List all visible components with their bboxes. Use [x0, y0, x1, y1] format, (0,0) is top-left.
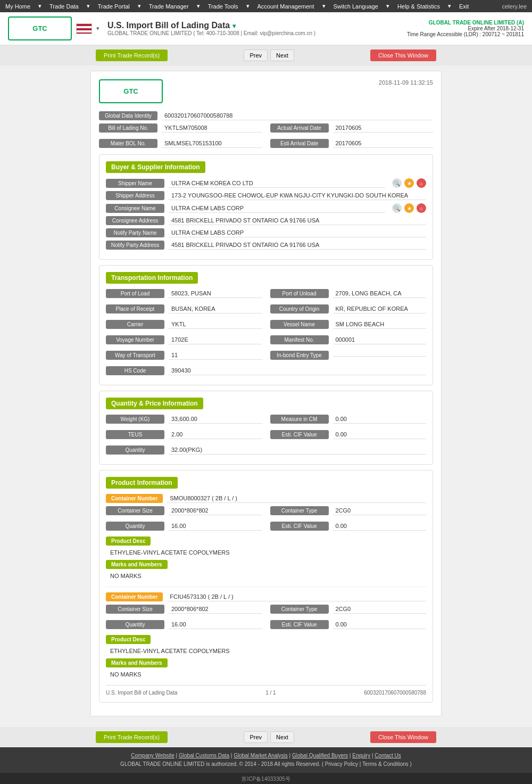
product-section: Product Information Container Number SMO… — [99, 470, 433, 703]
container-divider — [106, 587, 426, 587]
nav-my-home[interactable]: My Home — [5, 3, 30, 10]
nav-trade-data[interactable]: Trade Data — [49, 3, 79, 10]
measure-cm-row: Measure in CM 0.00 — [270, 415, 427, 424]
footer-link-company[interactable]: Company Website — [131, 753, 174, 758]
container2-quantity-row: Quantity 16.00 — [106, 620, 262, 629]
bottom-footer: Company Website | Global Customs Data | … — [0, 747, 532, 773]
inbond-entry-row: In-bond Entry Type — [270, 351, 427, 360]
container2-esti-cif-value: 0.00 — [333, 620, 427, 629]
container1-quantity-row: Quantity 16.00 — [106, 522, 262, 531]
time-range: Time Range Accessible (LDR) : 200712 ~ 2… — [407, 31, 524, 37]
port-of-unload-label: Port of Unload — [270, 289, 329, 298]
logo-text: GTC — [32, 24, 47, 32]
nav-account-management[interactable]: Account Management — [257, 3, 314, 10]
top-navigation: My Home ▾ Trade Data ▾ Trade Portal ▾ Tr… — [0, 0, 532, 12]
container2-type-value: 2CG0 — [333, 605, 427, 614]
company-link: GLOBAL TRADE ONLINE LIMITED (A) — [407, 20, 524, 26]
consignee-star-icon[interactable]: ★ — [404, 203, 414, 213]
consignee-address-value: 4581 BRICKELL PRIVADO ST ONTARIO CA 9176… — [169, 216, 426, 225]
print-button-bottom[interactable]: Print Trade Record(s) — [96, 731, 168, 743]
weight-label: Weight (KG) — [106, 415, 164, 424]
close-button-bottom[interactable]: Close This Window — [370, 731, 436, 743]
actual-arrival-row: Actual Arrival Date 20170605 — [270, 123, 434, 133]
container2-qty-cif-row: Quantity 16.00 Esti. CIF Value 0.00 — [106, 620, 426, 632]
footer-link-contact[interactable]: Contact Us — [375, 753, 401, 758]
esti-cif-label: Esti. CIF Value — [270, 430, 329, 439]
close-button-top[interactable]: Close This Window — [370, 49, 436, 61]
container-2: Container Number FCIU4573130 ( 2B / L / … — [106, 592, 426, 680]
container2-size-label: Container Size — [106, 605, 164, 614]
bill-of-lading-label: Bill of Lading No. — [99, 123, 157, 133]
header-title: U.S. Import Bill of Lading Data ▾ GLOBAL… — [107, 21, 399, 36]
shipper-home-icon[interactable]: ⌂ — [417, 178, 426, 188]
header-info: GLOBAL TRADE ONLINE LIMITED (A) Expire A… — [407, 20, 524, 37]
container2-marks-label: Marks and Numbers — [106, 658, 168, 667]
logo: GTC — [8, 16, 72, 40]
voyage-number-row: Voyage Number 1702E — [106, 335, 262, 344]
container1-size-type-row: Container Size 2000*806*802 Container Ty… — [106, 506, 426, 518]
card-logo: GTC — [99, 79, 163, 103]
company-info: GLOBAL TRADE ONLINE LIMITED ( Tel: 400-7… — [107, 30, 399, 36]
country-of-origin-row: Country of Origin KR, REPUBLIC OF KOREA — [270, 304, 427, 313]
notify-party-address-label: Notify Party Address — [106, 241, 164, 250]
shipper-star-icon[interactable]: ★ — [404, 178, 414, 188]
container1-quantity-value: 16.00 — [169, 522, 262, 531]
way-of-transport-value: 11 — [169, 351, 262, 360]
container2-size-row: Container Size 2000*806*802 — [106, 605, 262, 614]
top-action-bar: Print Trade Record(s) Prev Next Close Th… — [0, 45, 532, 65]
nav-switch-language[interactable]: Switch Language — [334, 3, 378, 10]
footer-link-enquiry[interactable]: Enquiry — [352, 753, 370, 758]
footer-link-customs[interactable]: Global Customs Data — [179, 753, 229, 758]
port-of-load-label: Port of Load — [106, 289, 164, 298]
voyage-number-value: 1702E — [169, 335, 262, 344]
measure-cm-value: 0.00 — [333, 415, 427, 424]
next-button-top[interactable]: Next — [270, 49, 294, 61]
nav-trade-tools[interactable]: Trade Tools — [208, 3, 238, 10]
quantity-label: Quantity — [106, 445, 164, 455]
container1-quantity-label: Quantity — [106, 522, 164, 531]
carrier-label: Carrier — [106, 320, 164, 329]
shipper-address-row: Shipper Address 173-2 YOUNGSOO-REE CHOWO… — [106, 191, 426, 200]
container1-product-desc-block: Product Desc — [106, 537, 426, 544]
quantity-price-header: Quantity & Price Information — [106, 398, 203, 409]
consignee-search-icon[interactable]: 🔍 — [392, 203, 402, 213]
measure-cm-label: Measure in CM — [270, 415, 329, 424]
container2-product-desc-value: ETHYLENE-VINYL ACETATE COPOLYMERS — [106, 646, 426, 656]
consignee-home-icon[interactable]: ⌂ — [417, 203, 426, 213]
prev-button-bottom[interactable]: Prev — [244, 731, 268, 743]
footer-link-market[interactable]: Global Market Analysis — [234, 753, 288, 758]
carrier-vessel-row: Carrier YKTL Vessel Name SM LONG BEACH — [106, 320, 426, 332]
receipt-country-row: Place of Receipt BUSAN, KOREA Country of… — [106, 304, 426, 317]
next-button-bottom[interactable]: Next — [270, 731, 294, 743]
container2-marks-value: NO MARKS — [106, 669, 426, 680]
consignee-name-label: Consignee Name — [106, 204, 164, 213]
shipper-name-label: Shipper Name — [106, 179, 164, 188]
quantity-row: Quantity 32.00(PKG) — [106, 445, 426, 455]
flag-dropdown-icon[interactable]: ▾ — [96, 25, 99, 32]
username: celery.lee — [502, 3, 527, 10]
bottom-action-bar: Print Trade Record(s) Prev Next Close Th… — [0, 727, 532, 747]
nav-help-statistics[interactable]: Help & Statistics — [397, 3, 440, 10]
footer-link-buyers[interactable]: Global Qualified Buyers — [292, 753, 348, 758]
transportation-section: Transportation Information Port of Load … — [99, 265, 433, 385]
nav-trade-portal[interactable]: Trade Portal — [98, 3, 130, 10]
esti-arrival-value: 20170605 — [333, 139, 434, 148]
nav-links[interactable]: My Home ▾ Trade Data ▾ Trade Portal ▾ Tr… — [5, 3, 469, 10]
port-row: Port of Load 58023, PUSAN Port of Unload… — [106, 289, 426, 301]
esti-arrival-label: Esti Arrival Date — [270, 139, 329, 148]
prev-button-top[interactable]: Prev — [244, 49, 268, 61]
container1-number-value: SMOU8000327 ( 2B / L / ) — [167, 494, 426, 503]
container2-esti-cif-row: Esti. CIF Value 0.00 — [270, 620, 427, 629]
page-title: U.S. Import Bill of Lading Data ▾ — [107, 21, 399, 30]
container2-number-row: Container Number FCIU4573130 ( 2B / L / … — [106, 592, 426, 601]
esti-arrival-row: Esti Arrival Date 20170605 — [270, 139, 434, 148]
shipper-search-icon[interactable]: 🔍 — [392, 178, 402, 188]
container2-marks-block: Marks and Numbers — [106, 659, 426, 666]
buyer-supplier-header: Buyer & Supplier Information — [106, 161, 205, 173]
title-dropdown-icon[interactable]: ▾ — [232, 22, 236, 30]
print-button-top[interactable]: Print Trade Record(s) — [96, 49, 168, 61]
container1-marks-label: Marks and Numbers — [106, 560, 168, 569]
place-of-receipt-value: BUSAN, KOREA — [169, 304, 262, 313]
nav-exit[interactable]: Exit — [459, 3, 469, 10]
nav-trade-manager[interactable]: Trade Manager — [149, 3, 189, 10]
